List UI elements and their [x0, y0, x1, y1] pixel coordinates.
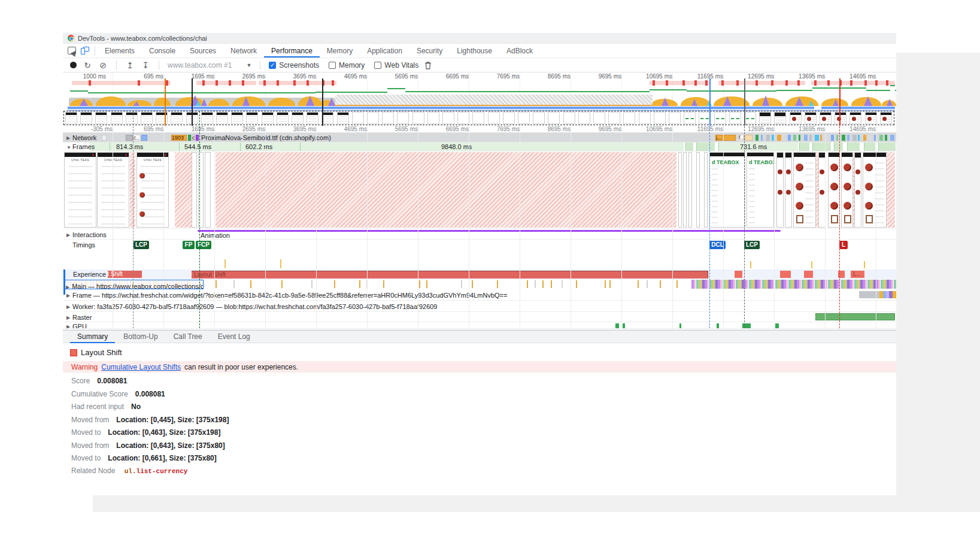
filmstrip-thumbnail[interactable]	[729, 112, 741, 124]
filmstrip-thumbnail[interactable]	[669, 112, 681, 124]
gpu-task-bar[interactable]	[679, 323, 681, 328]
filmstrip-thumbnail[interactable]	[623, 112, 635, 124]
tab-network[interactable]: Network	[223, 44, 264, 57]
main-track-label-chip[interactable]: ▶Main — https://www.teabox.com/collectio…	[64, 280, 204, 289]
filmstrip-thumbnail[interactable]	[141, 112, 153, 124]
network-request-bar[interactable]	[836, 135, 838, 141]
tab-adblock[interactable]: AdBlock	[499, 44, 540, 57]
checkbox-checked-icon[interactable]: ✓	[269, 62, 276, 69]
frames-screenshot-strip[interactable]: CHAI TEASCHAI TEASCHAI TEASb TEABOXb TEA…	[63, 152, 896, 229]
filmstrip-thumbnail[interactable]	[95, 112, 107, 124]
filmstrip-thumbnail[interactable]	[457, 112, 469, 124]
tab-memory[interactable]: Memory	[320, 44, 360, 57]
network-request-bar[interactable]	[799, 135, 800, 141]
network-request-bar[interactable]	[745, 135, 753, 141]
minimap-marker-line[interactable]	[165, 78, 166, 126]
timing-badge-lcp[interactable]: LCP	[134, 241, 149, 249]
track-interactions[interactable]: ▶ Interactions Animation	[63, 229, 896, 240]
screenshot-thumbnail[interactable]	[793, 152, 816, 228]
screenshot-thumbnail[interactable]	[205, 152, 211, 228]
filmstrip-thumbnail[interactable]	[593, 112, 605, 124]
filmstrip-thumbnail[interactable]	[805, 112, 817, 124]
checkbox-unchecked-icon[interactable]	[329, 62, 336, 69]
minimap-marker-line[interactable]	[322, 78, 323, 126]
gpu-task-bar[interactable]	[623, 323, 625, 328]
tab-performance[interactable]: Performance	[264, 44, 320, 57]
layout-shift-bar[interactable]	[780, 271, 791, 278]
checkbox-memory[interactable]: Memory	[329, 61, 365, 69]
screenshot-thumbnail[interactable]	[854, 152, 861, 228]
timing-badge-fp[interactable]: FP	[183, 241, 195, 249]
checkbox-screenshots[interactable]: ✓Screenshots	[269, 61, 319, 69]
filmstrip-thumbnail[interactable]	[759, 112, 771, 124]
track-worker[interactable]: ▶ Worker: fa3fa257-6030-427b-baf5-f718aa…	[63, 301, 896, 312]
filmstrip-thumbnail[interactable]	[790, 112, 802, 124]
network-request-bar[interactable]	[826, 135, 829, 141]
timing-badge-lcp[interactable]: LCP	[744, 241, 760, 249]
frame-duration-segment[interactable]: 814.3 ms	[110, 143, 178, 151]
collapse-arrow[interactable]: ▼	[66, 145, 71, 150]
tab-console[interactable]: Console	[142, 44, 183, 57]
network-request-bar[interactable]	[804, 135, 808, 141]
track-gpu[interactable]: ▶ GPU	[63, 322, 896, 328]
filmstrip-thumbnail[interactable]	[820, 112, 832, 124]
related-node-link[interactable]: ul.list-currency	[125, 468, 188, 475]
filmstrip-thumbnail[interactable]	[382, 112, 394, 124]
filmstrip-thumbnail[interactable]	[171, 112, 183, 124]
screenshot-thumbnail[interactable]: CHAI TEAS	[97, 152, 129, 228]
screenshot-thumbnail[interactable]	[678, 152, 682, 228]
filmstrip-thumbnail[interactable]	[533, 112, 545, 124]
network-request-bar[interactable]: f...	[738, 135, 744, 141]
network-request-bar[interactable]	[852, 135, 857, 141]
track-raster[interactable]: ▶ Raster	[63, 312, 896, 322]
filmstrip-thumbnail[interactable]	[307, 112, 318, 124]
screenshot-thumbnail[interactable]	[696, 152, 700, 228]
timing-badge-l[interactable]: L	[839, 241, 848, 249]
layout-shift-bar[interactable]	[804, 271, 813, 278]
network-request-bar[interactable]	[788, 135, 791, 141]
tab-sources[interactable]: Sources	[183, 44, 223, 57]
screenshot-thumbnail[interactable]	[704, 152, 708, 228]
network-request-bar[interactable]	[196, 135, 199, 141]
history-select[interactable]: www.teabox.com #1 ▼	[168, 61, 251, 69]
network-request-bar[interactable]	[761, 135, 763, 141]
network-request-bar[interactable]	[756, 135, 758, 141]
filmstrip-thumbnail[interactable]	[518, 112, 530, 124]
expand-arrow[interactable]: ▶	[66, 304, 70, 310]
network-request-bar[interactable]: j...	[715, 135, 736, 141]
filmstrip-thumbnail[interactable]	[412, 112, 424, 124]
layout-shift-bar[interactable]: Layout Shift	[192, 271, 708, 278]
checkbox-web-vitals[interactable]: Web Vitals	[374, 61, 418, 69]
load-profile-icon[interactable]: ↥	[125, 61, 135, 69]
filmstrip-thumbnail[interactable]	[321, 112, 333, 124]
filmstrip-thumbnail[interactable]	[367, 112, 379, 124]
filmstrip-thumbnail[interactable]	[246, 112, 258, 124]
network-request-bar[interactable]	[102, 135, 107, 141]
filmstrip-thumbnail[interactable]	[292, 112, 304, 124]
bottom-tab-bottom-up[interactable]: Bottom-Up	[116, 330, 165, 343]
track-timings[interactable]: Timings LCPFPFCPDCLLCPL	[63, 240, 896, 250]
frame-duration-segment[interactable]	[847, 143, 860, 151]
gpu-task-bar[interactable]	[717, 323, 719, 328]
track-frame[interactable]: ▶ Frame — https://wchat.freshchat.com/wi…	[63, 289, 896, 301]
filmstrip-thumbnail[interactable]	[654, 112, 666, 124]
filmstrip-thumbnail[interactable]	[427, 112, 439, 124]
track-main[interactable]: ▶Main — https://www.teabox.com/collectio…	[63, 279, 896, 289]
filmstrip-thumbnail[interactable]	[277, 112, 289, 124]
network-request-bar[interactable]	[793, 135, 796, 141]
expand-arrow[interactable]: ▶	[66, 315, 70, 320]
screenshot-thumbnail[interactable]	[683, 152, 687, 228]
filmstrip-thumbnail[interactable]	[126, 112, 138, 124]
expand-arrow[interactable]: ▶	[66, 293, 70, 298]
frame-duration-segment[interactable]	[864, 143, 875, 151]
frame-duration-segment[interactable]: 731.6 ms	[718, 143, 798, 151]
filmstrip-thumbnail[interactable]	[442, 112, 454, 124]
network-request-bar[interactable]	[847, 135, 849, 141]
filmstrip-thumbnail[interactable]	[714, 112, 726, 124]
network-request-bar[interactable]	[863, 135, 866, 141]
gpu-task-bar[interactable]	[615, 323, 619, 328]
frame-duration-segment[interactable]: 602.2 ms	[240, 143, 299, 151]
filmstrip-thumbnail[interactable]	[111, 112, 123, 124]
filmstrip-thumbnail[interactable]	[65, 112, 77, 124]
expand-arrow[interactable]: ▶	[66, 135, 70, 141]
